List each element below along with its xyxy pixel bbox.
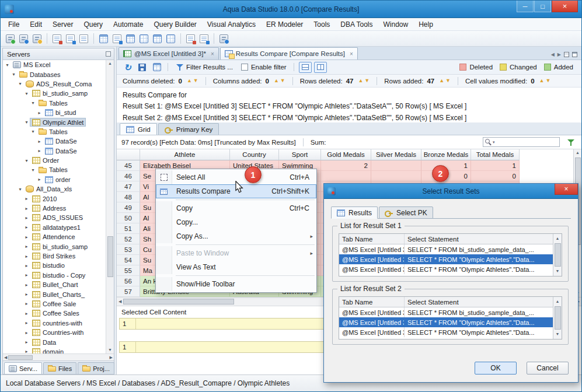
previous-diff-icon[interactable]: ▲ bbox=[358, 78, 363, 83]
collapse-arrow-icon[interactable]: ▸ bbox=[23, 311, 30, 316]
column-header-athlete[interactable]: Athlete bbox=[140, 149, 230, 160]
refresh-icon[interactable]: ↻ bbox=[121, 61, 134, 74]
collapse-arrow-icon[interactable]: ▸ bbox=[23, 320, 30, 326]
previous-diff-icon[interactable]: ▲ bbox=[274, 78, 279, 83]
scroll-thumb[interactable] bbox=[107, 236, 113, 277]
collapse-arrow-icon[interactable]: ▸ bbox=[23, 244, 30, 249]
menu-item-show-hide-toolbar[interactable]: Show/Hide Toolbar bbox=[156, 277, 316, 291]
collapse-arrow-icon[interactable]: ▸ bbox=[23, 282, 30, 288]
split-vertical-icon[interactable] bbox=[314, 62, 327, 73]
menu-dba-tools[interactable]: DBA Tools bbox=[335, 18, 378, 31]
document-tab-results-compare-compare-results[interactable]: Results Compare [Compare Results]× bbox=[220, 47, 358, 60]
scroll-thumb[interactable] bbox=[555, 243, 561, 267]
expand-arrow-icon[interactable]: ▾ bbox=[23, 120, 30, 125]
save-file-icon[interactable] bbox=[78, 33, 90, 45]
tree-item-olympic-athlet[interactable]: ▾Olympic Athlet bbox=[3, 117, 106, 127]
collapse-arrow-icon[interactable]: ▸ bbox=[23, 206, 30, 211]
scroll-right-icon[interactable]: ▶ bbox=[110, 355, 113, 360]
collapse-arrow-icon[interactable]: ▸ bbox=[23, 196, 30, 201]
column-header-select-statement[interactable]: Select Statement bbox=[405, 297, 553, 307]
tree-item-ads-issues[interactable]: ▸ADS_ISSUES bbox=[3, 213, 106, 222]
tree-item-bi-stud[interactable]: ▸bi_stud bbox=[3, 108, 106, 117]
save-results-icon[interactable] bbox=[136, 61, 148, 74]
row-count-icon[interactable] bbox=[151, 33, 163, 45]
next-diff-icon[interactable]: ▼ bbox=[364, 78, 370, 83]
next-tab-icon[interactable]: ▶ bbox=[557, 52, 561, 57]
tree-item-databases[interactable]: ▾Databases bbox=[3, 69, 106, 79]
column-header-country[interactable]: Country bbox=[230, 149, 279, 160]
filter-grid-icon[interactable] bbox=[165, 33, 177, 45]
tree-item-countries-with[interactable]: ▸countries-with bbox=[3, 318, 106, 328]
maximize-editor-icon[interactable] bbox=[572, 52, 577, 57]
schema-browser-icon[interactable] bbox=[218, 33, 230, 45]
export-grid-icon[interactable] bbox=[151, 61, 163, 74]
tab-list-icon[interactable] bbox=[564, 52, 569, 57]
tree-item-countries-with[interactable]: ▸Countries-with bbox=[3, 328, 106, 337]
expand-arrow-icon[interactable]: ▾ bbox=[23, 158, 30, 163]
collapse-arrow-icon[interactable]: ▸ bbox=[23, 254, 30, 259]
cell-content-value[interactable] bbox=[136, 318, 326, 329]
menu-item-copy[interactable]: Copy... bbox=[156, 215, 316, 229]
tree-item-tables[interactable]: ▾Tables bbox=[3, 127, 106, 136]
expand-arrow-icon[interactable]: ▾ bbox=[4, 62, 11, 68]
minimize-button[interactable]: ─ bbox=[517, 1, 534, 12]
collapse-arrow-icon[interactable]: ▸ bbox=[23, 215, 30, 220]
row-number-cell[interactable]: 47 bbox=[117, 181, 140, 192]
cell-content-value[interactable] bbox=[136, 342, 326, 352]
expand-arrow-icon[interactable]: ▾ bbox=[30, 167, 36, 173]
result-set-row[interactable]: @MS Excel [Untitled 3]SELECT * FROM "Oly… bbox=[339, 264, 553, 274]
result-set-row[interactable]: @MS Excel [Untitled 3]SELECT * FROM bi_s… bbox=[339, 307, 553, 317]
result-set-row[interactable]: @MS Excel [Untitled 3]SELECT * FROM "Oly… bbox=[339, 254, 553, 264]
tree-item-bistudio-copy[interactable]: ▸bistudio - Copy bbox=[3, 271, 106, 280]
cell-content-line-number[interactable]: 1 bbox=[120, 318, 136, 329]
menu-edit[interactable]: Edit bbox=[25, 18, 47, 31]
next-diff-icon[interactable]: ▼ bbox=[545, 78, 550, 83]
cancel-button[interactable]: Cancel bbox=[527, 362, 569, 374]
row-number-cell[interactable]: 51 bbox=[117, 223, 140, 234]
search-input[interactable] bbox=[496, 138, 557, 146]
tab-grid[interactable]: Grid bbox=[120, 123, 157, 135]
expand-arrow-icon[interactable]: ▾ bbox=[30, 100, 36, 106]
scroll-left-icon[interactable]: ◀ bbox=[4, 355, 7, 360]
tree-item-ads-result-coma[interactable]: ▾ADS_Result_Coma bbox=[3, 79, 106, 89]
scroll-left-icon[interactable]: ◀ bbox=[119, 299, 121, 304]
expand-arrow-icon[interactable]: ▾ bbox=[23, 91, 30, 96]
cell-gold[interactable] bbox=[321, 171, 371, 181]
tree-item-order[interactable]: ▾Order bbox=[3, 156, 106, 165]
menu-item-copy-as[interactable]: Copy As...▸ bbox=[156, 229, 316, 243]
search-options-icon[interactable]: ▾ bbox=[493, 140, 495, 145]
column-header-tab-name[interactable]: Tab Name bbox=[339, 297, 405, 307]
scroll-thumb[interactable] bbox=[555, 306, 561, 330]
new-query-analyzer-icon[interactable] bbox=[51, 33, 63, 45]
collapse-arrow-icon[interactable]: ▸ bbox=[36, 148, 43, 153]
cell-gold[interactable]: 2 bbox=[321, 160, 371, 171]
tree-item-coffee-sale[interactable]: ▸Coffee Sale bbox=[3, 299, 106, 309]
document-tab-ms-excel-untitled-3[interactable]: @MS Excel [Untitled 3]*× bbox=[119, 47, 219, 60]
scroll-thumb[interactable] bbox=[123, 299, 234, 304]
filter-results-button[interactable]: Filter Results ... bbox=[173, 62, 236, 72]
result-set-row[interactable]: @MS Excel [Untitled 3]SELECT * FROM bi_s… bbox=[339, 244, 553, 254]
row-number-cell[interactable]: 54 bbox=[117, 255, 140, 265]
scroll-up-icon[interactable]: ▲ bbox=[556, 298, 560, 305]
table-scrollbar[interactable]: ▲▼ bbox=[553, 297, 562, 339]
split-horizontal-icon[interactable] bbox=[299, 62, 312, 73]
tree-item-ms-excel[interactable]: ▾MS Excel bbox=[3, 60, 106, 69]
open-file-icon[interactable] bbox=[64, 33, 76, 45]
next-diff-icon[interactable]: ▼ bbox=[445, 78, 451, 83]
column-header-tab-name[interactable]: Tab Name bbox=[339, 234, 405, 244]
expand-arrow-icon[interactable]: ▾ bbox=[17, 187, 23, 192]
dialog-tab-select-pk[interactable]: Select PK bbox=[379, 206, 433, 219]
menu-er-modeler[interactable]: ER Modeler bbox=[261, 18, 308, 31]
menu-server[interactable]: Server bbox=[47, 18, 78, 31]
column-header-gold-medals[interactable]: Gold Medals bbox=[321, 149, 371, 160]
result-set-row[interactable]: @MS Excel [Untitled 3]SELECT * FROM "Oly… bbox=[339, 327, 553, 337]
tree-item-attendence[interactable]: ▸Attendence bbox=[3, 232, 106, 242]
scroll-up-icon[interactable]: ▲ bbox=[108, 60, 112, 67]
close-button[interactable]: × bbox=[552, 1, 578, 12]
tree-item-tables[interactable]: ▾Tables bbox=[3, 165, 106, 174]
column-header-silver-medals[interactable]: Silver Medals bbox=[371, 149, 421, 160]
column-header-sport[interactable]: Sport bbox=[279, 149, 321, 160]
menu-automate[interactable]: Automate bbox=[108, 18, 148, 31]
scroll-down-icon[interactable]: ▼ bbox=[108, 346, 112, 354]
tree-item-datase[interactable]: ▸DataSe bbox=[3, 136, 106, 146]
